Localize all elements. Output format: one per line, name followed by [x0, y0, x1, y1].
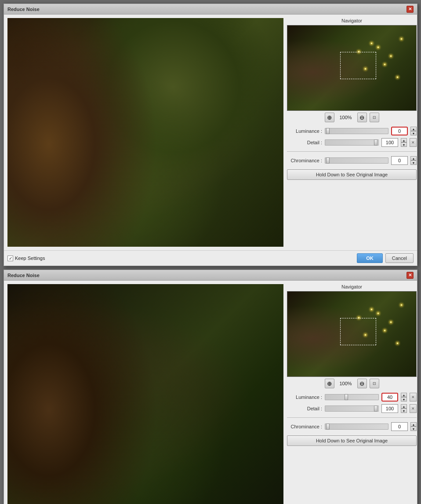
nav-light: [371, 43, 372, 44]
cancel-button-1[interactable]: Cancel: [385, 253, 414, 263]
close-icon-1: ✕: [408, 7, 412, 11]
nav-light: [377, 313, 379, 314]
luminance-slider-2[interactable]: [325, 394, 379, 400]
chrominance-spinner-1: ▲ ▼: [410, 156, 417, 165]
chrominance-down-1[interactable]: ▼: [410, 161, 417, 165]
detail-slider-2[interactable]: [325, 405, 379, 412]
zoom-controls-1: ⊕ 100% ⊖ ⊡: [325, 113, 379, 122]
close-icon-2: ✕: [408, 273, 412, 278]
chrominance-up-2[interactable]: ▲: [410, 422, 417, 427]
nav-light: [384, 330, 385, 331]
detail-down-2[interactable]: ▼: [401, 409, 407, 413]
dialog-2-title: Reduce Noise: [7, 273, 40, 278]
luminance-down-2[interactable]: ▼: [401, 397, 407, 402]
chrominance-down-2[interactable]: ▼: [410, 427, 417, 431]
detail-value-1[interactable]: 100: [381, 138, 398, 147]
nav-light: [377, 47, 379, 48]
dialog-1-title: Reduce Noise: [7, 7, 40, 12]
detail-down-1[interactable]: ▼: [401, 142, 407, 147]
ok-button-1[interactable]: OK: [357, 253, 383, 263]
nav-light: [397, 343, 398, 344]
detail-slider-1[interactable]: [325, 139, 379, 146]
nav-light: [358, 317, 359, 318]
zoom-out-button-2[interactable]: ⊖: [357, 379, 367, 388]
chrominance-row-2: Chrominance : 0 ▲ ▼: [287, 422, 417, 431]
right-panel-2: Navigator ⊕: [287, 284, 417, 504]
navigator-section-2: Navigator ⊕: [287, 284, 417, 388]
nav-light: [365, 334, 366, 336]
zoom-fit-icon-2: ⊡: [373, 381, 376, 386]
nav-light: [358, 51, 359, 52]
chrominance-value-1[interactable]: 0: [391, 156, 408, 165]
zoom-out-icon-2: ⊖: [359, 380, 364, 387]
zoom-in-button-1[interactable]: ⊕: [325, 113, 334, 122]
zoom-level-1: 100%: [337, 115, 355, 120]
zoom-out-button-1[interactable]: ⊖: [357, 113, 367, 122]
chrominance-row-1: Chrominance : 0 ▲ ▼: [287, 156, 417, 165]
chrominance-slider-2[interactable]: [325, 424, 388, 430]
detail-value-2[interactable]: 100: [381, 404, 398, 413]
chrominance-thumb-1: [326, 157, 330, 164]
detail-thumb-1: [374, 139, 377, 146]
action-buttons-1: OK Cancel: [357, 253, 414, 263]
navigator-section-1: Navigator ⊕: [287, 18, 417, 122]
nav-light: [397, 77, 398, 78]
nav-lights-2: [287, 292, 416, 376]
dialog-2-body: Navigator ⊕: [4, 281, 417, 504]
luminance-slider-1[interactable]: [325, 128, 388, 134]
luminance-up-2[interactable]: ▲: [401, 393, 407, 397]
preview-image-2: [7, 284, 283, 504]
luminance-value-2[interactable]: 40: [381, 393, 398, 402]
settings-section-1: Luminance : 0 ▲ ▼ Detail :: [287, 125, 417, 167]
zoom-controls-2: ⊕ 100% ⊖ ⊡: [325, 379, 379, 388]
close-button-1[interactable]: ✕: [406, 6, 414, 13]
luminance-down-1[interactable]: ▼: [410, 131, 417, 135]
zoom-fit-button-2[interactable]: ⊡: [370, 379, 379, 388]
settings-section-2: Luminance : 40 ▲ ▼ ✕ Detail :: [287, 391, 417, 433]
close-button-2[interactable]: ✕: [406, 272, 414, 279]
chrominance-thumb-2: [326, 424, 330, 430]
detail-reset-2[interactable]: ✕: [410, 404, 417, 413]
detail-label-1: Detail :: [287, 140, 322, 145]
detail-row-1: Detail : 100 ▲ ▼ ✕: [287, 138, 417, 147]
keep-settings-checkbox-1[interactable]: ✓: [7, 256, 13, 261]
luminance-value-1[interactable]: 0: [391, 127, 408, 135]
navigator-thumbnail-1[interactable]: [287, 25, 417, 111]
title-bar-1: Reduce Noise ✕: [4, 4, 417, 15]
luminance-label-2: Luminance :: [287, 394, 322, 400]
chrominance-slider-1[interactable]: [325, 157, 388, 164]
nav-light: [390, 321, 392, 323]
chrominance-spinner-2: ▲ ▼: [410, 422, 417, 431]
preview-image-1: [7, 18, 283, 247]
zoom-in-button-2[interactable]: ⊕: [325, 379, 334, 388]
chrominance-up-1[interactable]: ▲: [410, 156, 417, 161]
chrominance-label-2: Chrominance :: [287, 424, 322, 429]
zoom-fit-button-1[interactable]: ⊡: [370, 113, 379, 122]
detail-up-1[interactable]: ▲: [401, 138, 407, 142]
zoom-fit-icon-1: ⊡: [373, 115, 376, 120]
zoom-level-2: 100%: [337, 381, 355, 386]
luminance-row-2: Luminance : 40 ▲ ▼ ✕: [287, 393, 417, 402]
luminance-reset-2[interactable]: ✕: [410, 393, 417, 402]
chrominance-value-2[interactable]: 0: [391, 422, 408, 431]
keep-settings-1: ✓ Keep Settings: [7, 256, 45, 261]
detail-row-2: Detail : 100 ▲ ▼ ✕: [287, 404, 417, 413]
luminance-up-1[interactable]: ▲: [410, 127, 417, 131]
dialog-1-body: Navigator ⊕: [4, 15, 417, 250]
navigator-thumbnail-2[interactable]: [287, 291, 417, 377]
zoom-in-icon-1: ⊕: [327, 114, 332, 121]
luminance-spinner-1: ▲ ▼: [410, 127, 417, 135]
right-panel-1: Navigator ⊕: [287, 18, 417, 247]
nav-light: [401, 38, 402, 40]
preview-panel-1[interactable]: [7, 18, 283, 247]
detail-label-2: Detail :: [287, 406, 322, 411]
hold-down-button-1[interactable]: Hold Down to See Original Image: [287, 169, 417, 180]
detail-up-2[interactable]: ▲: [401, 404, 407, 409]
nav-light: [401, 304, 402, 306]
detail-spinner-2: ▲ ▼: [401, 404, 407, 413]
hold-down-button-2[interactable]: Hold Down to See Original Image: [287, 435, 417, 446]
luminance-row-1: Luminance : 0 ▲ ▼: [287, 127, 417, 135]
luminance-label-1: Luminance :: [287, 128, 322, 134]
preview-panel-2[interactable]: [7, 284, 283, 504]
detail-reset-1[interactable]: ✕: [410, 138, 417, 147]
